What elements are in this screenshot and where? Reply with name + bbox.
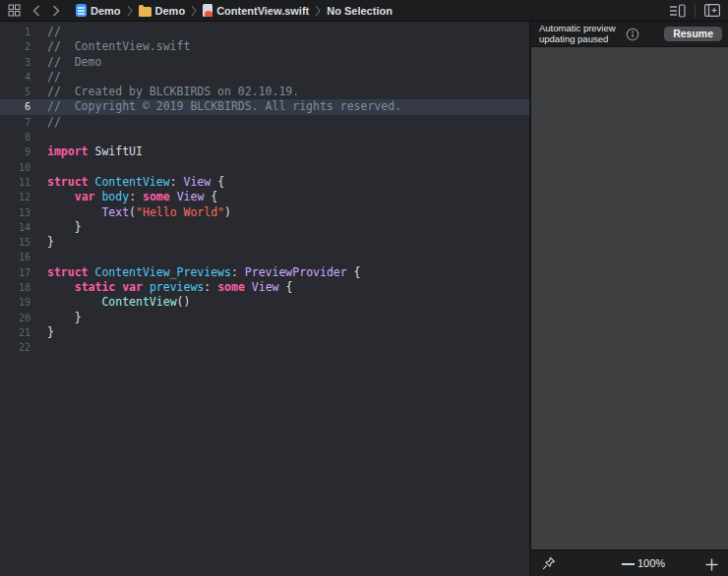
code-text: // Copyright © 2019 BLCKBIRDS. All right… xyxy=(35,99,401,114)
breadcrumb-item-selection[interactable]: No Selection xyxy=(327,5,393,17)
line-number[interactable]: 6 xyxy=(0,99,35,114)
add-editor-button[interactable] xyxy=(704,4,720,17)
code-text: } xyxy=(35,220,82,235)
line-number[interactable]: 19 xyxy=(0,295,35,310)
chevron-left-icon xyxy=(32,5,40,17)
code-line[interactable]: 15} xyxy=(0,235,529,250)
back-button[interactable] xyxy=(32,5,40,17)
breadcrumb-item-group[interactable]: Demo xyxy=(139,5,186,17)
code-text: // ContentView.swift xyxy=(35,39,190,54)
line-number[interactable]: 15 xyxy=(0,235,35,250)
jump-bar: Demo Demo ContentView.swift No Selectio xyxy=(0,0,728,22)
line-number[interactable]: 11 xyxy=(0,175,35,190)
code-line[interactable]: 2// ContentView.swift xyxy=(0,39,529,54)
line-number[interactable]: 21 xyxy=(0,325,35,340)
code-line[interactable]: 19 ContentView() xyxy=(0,295,529,310)
preview-canvas xyxy=(531,47,728,549)
line-number[interactable]: 4 xyxy=(0,70,35,85)
preview-status-line2: updating paused xyxy=(539,34,616,45)
swift-file-icon xyxy=(203,4,212,17)
code-line[interactable]: 11struct ContentView: View { xyxy=(0,175,529,190)
related-items-grid-icon xyxy=(8,4,21,17)
code-text: import SwiftUI xyxy=(35,144,143,159)
code-line[interactable]: 20 } xyxy=(0,311,529,325)
line-number[interactable]: 17 xyxy=(0,265,35,280)
line-number[interactable]: 14 xyxy=(0,220,35,235)
breadcrumb-separator xyxy=(127,5,133,17)
code-line[interactable]: 18 static var previews: some View { xyxy=(0,280,529,295)
line-number[interactable]: 22 xyxy=(0,340,35,355)
info-icon xyxy=(626,28,639,41)
breadcrumb-item-project[interactable]: Demo xyxy=(76,4,121,17)
code-text xyxy=(35,130,47,144)
line-number[interactable]: 10 xyxy=(0,160,35,175)
folder-icon xyxy=(139,7,152,17)
chevron-separator-icon xyxy=(127,5,133,17)
code-line[interactable]: 21} xyxy=(0,325,529,340)
code-line[interactable]: 5// Created by BLCKBIRDS on 02.10.19. xyxy=(0,85,529,99)
source-editor[interactable]: 1//2// ContentView.swift3// Demo4//5// C… xyxy=(0,22,529,576)
code-line[interactable]: 14 } xyxy=(0,220,529,235)
zoom-in-button[interactable] xyxy=(705,557,718,575)
code-text: struct ContentView: View { xyxy=(35,175,224,190)
zoom-out-button[interactable] xyxy=(622,563,635,565)
preview-info-button[interactable] xyxy=(626,28,639,41)
line-number[interactable]: 9 xyxy=(0,144,35,159)
code-line[interactable]: 17struct ContentView_Previews: PreviewPr… xyxy=(0,265,529,280)
line-number[interactable]: 7 xyxy=(0,115,35,130)
line-number[interactable]: 20 xyxy=(0,311,35,325)
resume-button[interactable]: Resume xyxy=(664,27,722,41)
code-line[interactable]: 16 xyxy=(0,250,529,264)
breadcrumb-label: Demo xyxy=(155,5,186,17)
breadcrumb-separator xyxy=(315,5,321,17)
line-number[interactable]: 13 xyxy=(0,205,35,220)
code-line[interactable]: 1// xyxy=(0,25,529,39)
line-number[interactable]: 3 xyxy=(0,55,35,70)
code-text: var body: some View { xyxy=(35,190,217,204)
code-line[interactable]: 8 xyxy=(0,130,529,144)
forward-button[interactable] xyxy=(52,5,60,17)
related-items-button[interactable] xyxy=(8,4,21,17)
toolbar-divider xyxy=(695,4,696,18)
code-line[interactable]: 4// xyxy=(0,70,529,85)
code-text: struct ContentView_Previews: PreviewProv… xyxy=(35,265,361,280)
code-line[interactable]: 13 Text("Hello World") xyxy=(0,205,529,220)
code-text: // xyxy=(35,115,61,130)
code-line[interactable]: 10 xyxy=(0,160,529,175)
breadcrumb-item-file[interactable]: ContentView.swift xyxy=(203,4,309,17)
preview-header: Automatic preview updating paused Resume xyxy=(531,22,728,47)
add-editor-icon xyxy=(704,4,720,17)
preview-footer-bar: 100% xyxy=(531,549,728,576)
adjust-editor-options-button[interactable] xyxy=(669,4,686,18)
line-number[interactable]: 8 xyxy=(0,130,35,144)
editor-options-icon xyxy=(669,4,686,18)
breadcrumb-label: ContentView.swift xyxy=(216,5,309,17)
code-text: // Created by BLCKBIRDS on 02.10.19. xyxy=(35,85,299,99)
preview-status-line1: Automatic preview xyxy=(539,24,616,34)
breadcrumb-label: No Selection xyxy=(327,5,393,17)
editor-toolbar-right xyxy=(669,4,720,18)
breadcrumb-separator xyxy=(191,5,197,17)
code-line[interactable]: 12 var body: some View { xyxy=(0,190,529,204)
line-number[interactable]: 18 xyxy=(0,280,35,295)
project-icon xyxy=(76,4,87,17)
line-number[interactable]: 1 xyxy=(0,25,35,39)
code-lines: 1//2// ContentView.swift3// Demo4//5// C… xyxy=(0,22,529,356)
code-text: } xyxy=(35,235,54,250)
pin-preview-button[interactable] xyxy=(541,555,557,576)
chevron-separator-icon xyxy=(315,5,321,17)
code-line[interactable]: 3// Demo xyxy=(0,55,529,70)
line-number[interactable]: 16 xyxy=(0,250,35,264)
breadcrumb: Demo Demo ContentView.swift No Selectio xyxy=(76,4,393,17)
chevron-separator-icon xyxy=(191,5,197,17)
code-line[interactable]: 9import SwiftUI xyxy=(0,144,529,159)
line-number[interactable]: 2 xyxy=(0,39,35,54)
line-number[interactable]: 5 xyxy=(0,85,35,99)
code-line[interactable]: 7// xyxy=(0,115,529,130)
zoom-level-label: 100% xyxy=(637,557,665,569)
line-number[interactable]: 12 xyxy=(0,190,35,204)
code-text: ContentView() xyxy=(35,295,190,310)
code-line[interactable]: 22 xyxy=(0,340,529,355)
code-text xyxy=(35,250,47,264)
code-line[interactable]: 6// Copyright © 2019 BLCKBIRDS. All righ… xyxy=(0,99,529,114)
